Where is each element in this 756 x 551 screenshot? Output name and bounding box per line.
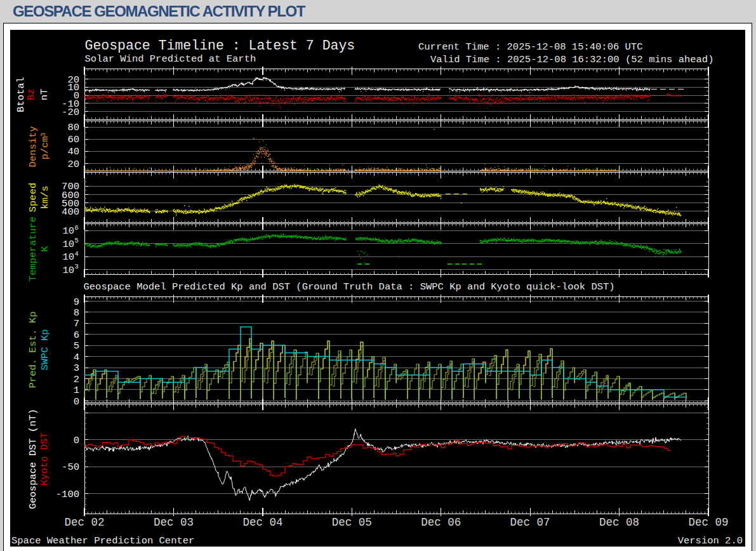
svg-text:1: 1 (74, 385, 79, 396)
svg-text:0: 0 (74, 435, 79, 446)
svg-text:40: 40 (67, 146, 79, 157)
svg-text:Dec 05: Dec 05 (332, 516, 372, 529)
svg-text:Dec 03: Dec 03 (154, 516, 194, 529)
svg-text:nT: nT (39, 89, 50, 101)
svg-text:Dec 09: Dec 09 (688, 516, 728, 529)
svg-text:Current Time : 2025-12-08 15:4: Current Time : 2025-12-08 15:40:06 UTC (418, 41, 642, 53)
svg-text:2: 2 (74, 374, 79, 385)
svg-text:Temperature: Temperature (27, 216, 39, 281)
svg-text:Pred. Est. Kp: Pred. Est. Kp (27, 312, 39, 388)
svg-text:10: 10 (62, 239, 74, 250)
svg-text:Geospace Timeline : Latest 7 D: Geospace Timeline : Latest 7 Days (85, 38, 355, 53)
svg-text:Dec 07: Dec 07 (510, 516, 550, 529)
svg-text:6: 6 (74, 329, 79, 341)
svg-text:-100: -100 (56, 489, 79, 500)
svg-text:Dec 04: Dec 04 (242, 516, 282, 529)
svg-text:4: 4 (74, 352, 79, 363)
svg-text:10: 10 (62, 251, 74, 263)
svg-text:20: 20 (67, 159, 79, 170)
svg-text:Bz: Bz (25, 89, 37, 101)
svg-text:Density: Density (27, 126, 39, 167)
svg-text:10: 10 (62, 265, 74, 276)
svg-text:3: 3 (74, 362, 79, 374)
svg-text:Kyoto DST: Kyoto DST (39, 432, 50, 486)
svg-text:60: 60 (67, 134, 79, 145)
svg-text:4: 4 (75, 250, 79, 258)
svg-text:km/s: km/s (39, 185, 51, 209)
svg-text:Dec 06: Dec 06 (421, 516, 461, 529)
svg-text:Dec 08: Dec 08 (599, 516, 639, 529)
svg-text:Speed: Speed (27, 183, 39, 213)
svg-text:10: 10 (62, 225, 74, 237)
svg-text:Space Weather Prediction Cente: Space Weather Prediction Center (11, 535, 194, 547)
svg-text:0: 0 (74, 396, 79, 408)
svg-text:Version 2.0: Version 2.0 (678, 535, 743, 547)
svg-text:-50: -50 (62, 461, 79, 473)
svg-text:Valid Time : 2025-12-08 16:32:: Valid Time : 2025-12-08 16:32:00 (52 min… (430, 54, 713, 65)
svg-text:K: K (39, 246, 51, 252)
svg-text:7: 7 (74, 318, 79, 329)
svg-text:80: 80 (67, 122, 79, 133)
svg-text:SWPC Kp: SWPC Kp (39, 329, 51, 370)
svg-text:Geospace Model Predicted Kp an: Geospace Model Predicted Kp and DST (Gro… (84, 281, 615, 293)
svg-text:-20: -20 (62, 107, 79, 118)
svg-text:Dec 02: Dec 02 (64, 516, 104, 529)
svg-text:Geospace DST (nT): Geospace DST (nT) (27, 409, 39, 509)
svg-text:9: 9 (74, 296, 79, 308)
svg-text:Solar Wind Predicted at Earth: Solar Wind Predicted at Earth (85, 53, 256, 65)
svg-text:3: 3 (75, 263, 79, 270)
svg-text:3: 3 (39, 133, 47, 136)
svg-text:400: 400 (62, 206, 79, 218)
svg-text:6: 6 (75, 224, 79, 232)
svg-text:8: 8 (74, 307, 79, 319)
svg-text:5: 5 (74, 340, 79, 352)
svg-text:5: 5 (75, 237, 79, 244)
svg-text:p/cm: p/cm (39, 136, 51, 159)
